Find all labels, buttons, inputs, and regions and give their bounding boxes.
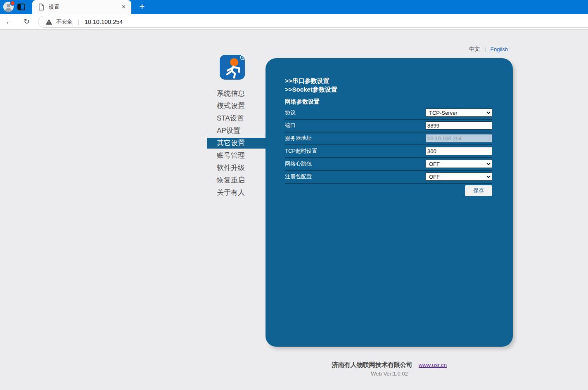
form-row-port: 端口 [285,121,492,130]
protocol-label: 协议 [285,109,296,116]
save-button[interactable]: 保存 [465,185,492,196]
row-divider [285,170,492,171]
address-divider: | [78,19,79,25]
form-row-heartbeat: 网络心跳包 OFF [285,160,492,168]
settings-panel: >>串口参数设置 >>Socket参数设置 网络参数设置 协议 TCP-Serv… [266,58,513,347]
row-divider [285,132,492,132]
port-input[interactable] [426,121,492,130]
back-button[interactable]: ← [3,16,14,27]
language-switch: 中文 | English [469,45,508,53]
sidebar-item-account[interactable]: 账号管理 [207,150,266,161]
web-content: 中文 | English R 系统信息 模式设置 STA设置 AP设置 其它设置… [0,30,588,390]
port-label: 端口 [285,122,296,129]
lang-divider: | [484,46,486,52]
usr-website-link[interactable]: www.usr.cn [419,362,447,368]
address-bar[interactable]: 不安全 | 10.10.100.254 [38,16,588,28]
socket-params-link[interactable]: >>Socket参数设置 [285,86,337,94]
row-divider [285,157,492,158]
url-text[interactable]: 10.10.100.254 [85,19,123,25]
new-tab-button[interactable]: + [137,2,147,12]
notification-dot-icon [10,0,15,6]
sidebar-item-other-settings[interactable]: 其它设置 [207,138,266,149]
web-version: Web Ver:1.0.02 [266,371,513,377]
page-footer: 济南有人物联网技术有限公司 www.usr.cn Web Ver:1.0.02 [266,361,513,377]
lang-chinese-link[interactable]: 中文 [469,45,480,53]
heartbeat-label: 网络心跳包 [285,160,312,168]
sidebar-menu: 系统信息 模式设置 STA设置 AP设置 其它设置 账号管理 软件升级 恢复重启… [207,88,266,200]
form-row-registration-packet: 注册包配置 OFF [285,173,492,181]
protocol-select[interactable]: TCP-Server [426,109,492,117]
form-row-server-address: 服务器地址 [285,134,492,142]
sidebar-item-firmware-upgrade[interactable]: 软件升级 [207,163,266,173]
sidebar-item-ap-settings[interactable]: AP设置 [207,125,266,136]
form-row-tcp-timeout: TCP超时设置 [285,147,492,155]
tcp-timeout-label: TCP超时设置 [285,147,317,155]
registration-packet-label: 注册包配置 [285,173,312,180]
tab-title: 设置 [49,3,121,11]
tab-close-icon[interactable]: × [121,4,126,10]
heartbeat-select[interactable]: OFF [426,160,492,168]
browser-titlebar: 设置 × + [0,0,588,14]
sidebar-item-sta-settings[interactable]: STA设置 [207,113,266,124]
sidebar-item-restore-restart[interactable]: 恢复重启 [207,175,266,186]
registered-mark: R [242,56,244,59]
browser-tab[interactable]: 设置 × [32,0,131,14]
form-row-protocol: 协议 TCP-Server [285,109,492,117]
usr-logo: R [219,54,247,81]
server-address-label: 服务器地址 [285,135,312,142]
sidebar-item-system-info[interactable]: 系统信息 [207,88,266,99]
company-name: 济南有人物联网技术有限公司 [332,361,413,369]
section-title: 网络参数设置 [285,98,320,106]
row-divider [285,119,492,120]
registration-packet-select[interactable]: OFF [426,173,492,181]
refresh-button[interactable]: ↻ [21,16,32,27]
browser-toolbar: ← ↻ 不安全 | 10.10.100.254 [0,14,588,30]
sidebar-item-mode-settings[interactable]: 模式设置 [207,101,266,111]
row-divider [285,144,492,145]
security-status[interactable]: 不安全 [56,18,72,26]
tcp-timeout-input[interactable] [426,147,492,155]
sidebar-item-about[interactable]: 关于有人 [207,187,266,198]
lang-english-link[interactable]: English [490,46,508,52]
server-address-input [426,134,492,142]
serial-params-link[interactable]: >>串口参数设置 [285,77,330,85]
warning-icon [45,19,52,25]
tab-actions-icon[interactable] [17,3,26,11]
row-divider [285,183,492,184]
page-favicon-icon [38,3,44,11]
